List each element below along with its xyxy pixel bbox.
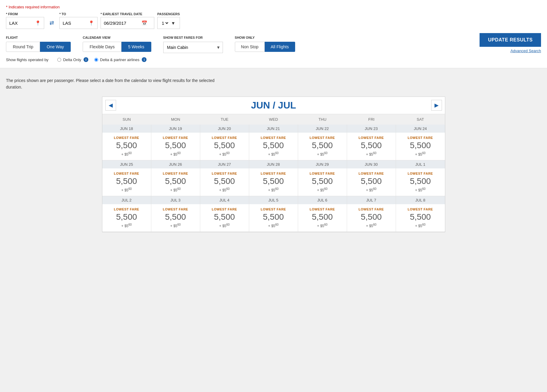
calendar-cell[interactable]: JUN 23LOWEST FARE5,500+ $560: [347, 125, 396, 160]
calendar-icon[interactable]: 📅: [141, 20, 147, 26]
calendar-cell[interactable]: JUN 28LOWEST FARE5,500+ $560: [249, 160, 298, 196]
non-stop-button[interactable]: Non Stop: [235, 42, 265, 52]
update-results-button[interactable]: UPDATE RESULTS: [480, 33, 541, 47]
fare-amount: 5,500: [410, 212, 431, 222]
delta-partner-radio[interactable]: [94, 58, 98, 62]
fare-amount: 5,500: [214, 176, 235, 186]
advanced-search-link[interactable]: Advanced Search: [510, 49, 541, 53]
fare-amount: 5,500: [116, 141, 137, 150]
lowest-fare-label: LOWEST FARE: [261, 172, 286, 175]
calendar-cell[interactable]: JUL 2LOWEST FARE5,500+ $560: [102, 196, 151, 232]
fare-amount: 5,500: [263, 141, 284, 150]
calendar-cell[interactable]: JUL 1LOWEST FARE5,500+ $560: [396, 160, 445, 196]
day-fri: FRI: [347, 114, 396, 125]
round-trip-button[interactable]: Round Trip: [6, 42, 40, 52]
flexible-days-button[interactable]: Flexible Days: [83, 42, 121, 52]
calendar-cell-body: LOWEST FARE5,500+ $560: [298, 204, 347, 232]
fare-amount: 5,500: [410, 141, 431, 150]
date-field-group: * EARLIEST TRAVEL DATE 📅: [101, 12, 154, 29]
delta-partner-info-icon[interactable]: i: [142, 57, 147, 62]
flight-options-group: FLIGHT Round Trip One Way: [6, 36, 71, 52]
fare-amount: 5,500: [263, 212, 284, 222]
to-input-box[interactable]: 📍: [59, 17, 98, 29]
fare-amount: 5,500: [361, 176, 382, 186]
calendar-cell[interactable]: JUN 27LOWEST FARE5,500+ $560: [200, 160, 249, 196]
calendar-cell[interactable]: JUN 24LOWEST FARE5,500+ $560: [396, 125, 445, 160]
calendar-cell[interactable]: JUL 3LOWEST FARE5,500+ $560: [151, 196, 200, 232]
calendar-cell-date: JUN 24: [396, 125, 445, 133]
fare-amount: 5,500: [116, 176, 137, 186]
from-input[interactable]: [9, 21, 33, 26]
lowest-fare-label: LOWEST FARE: [212, 172, 237, 175]
calendar-cell[interactable]: JUN 20LOWEST FARE5,500+ $560: [200, 125, 249, 160]
all-flights-button[interactable]: All Flights: [265, 42, 295, 52]
calendar-cell[interactable]: JUN 25LOWEST FARE5,500+ $560: [102, 160, 151, 196]
lowest-fare-label: LOWEST FARE: [408, 172, 433, 175]
calendar-cell[interactable]: JUN 22LOWEST FARE5,500+ $560: [298, 125, 347, 160]
passengers-dropdown-icon: ▼: [171, 21, 175, 26]
lowest-fare-label: LOWEST FARE: [359, 207, 384, 211]
5-weeks-button[interactable]: 5 Weeks: [121, 42, 151, 52]
fare-extra: + $560: [170, 151, 181, 157]
show-only-group: SHOW ONLY Non Stop All Flights: [235, 36, 295, 52]
fare-extra: + $560: [170, 187, 181, 192]
calendar-cell-date: JUL 6: [298, 196, 347, 204]
calendar-cell-date: JUL 3: [151, 196, 200, 204]
calendar-next-button[interactable]: ▶: [431, 100, 442, 111]
from-location-icon[interactable]: 📍: [35, 20, 41, 26]
calendar-cell-body: LOWEST FARE5,500+ $560: [200, 133, 249, 160]
passengers-select-box[interactable]: 1 2 3 4 ▼: [157, 17, 180, 29]
calendar-btn-group: Flexible Days 5 Weeks: [83, 42, 151, 52]
fare-extra: + $560: [268, 187, 279, 192]
calendar-cell[interactable]: JUL 6LOWEST FARE5,500+ $560: [298, 196, 347, 232]
calendar-cell[interactable]: JUL 4LOWEST FARE5,500+ $560: [200, 196, 249, 232]
calendar-prev-button[interactable]: ◀: [105, 100, 116, 111]
calendar-cell-body: LOWEST FARE5,500+ $560: [396, 133, 445, 160]
fare-amount: 5,500: [165, 141, 186, 150]
calendar-cell[interactable]: JUN 26LOWEST FARE5,500+ $560: [151, 160, 200, 196]
calendar-cell[interactable]: JUN 21LOWEST FARE5,500+ $560: [249, 125, 298, 160]
show-best-fares-select[interactable]: Main Cabin First Class Business: [163, 42, 223, 53]
date-input-box[interactable]: 📅: [101, 17, 154, 29]
delta-partner-option[interactable]: Delta & partner airlines i: [94, 57, 147, 62]
calendar-cell-date: JUL 1: [396, 160, 445, 168]
swap-button[interactable]: ⇄: [47, 17, 56, 29]
calendar-cell[interactable]: JUL 5LOWEST FARE5,500+ $560: [249, 196, 298, 232]
fare-extra: + $560: [317, 187, 328, 192]
calendar-cell-date: JUN 22: [298, 125, 347, 133]
calendar-cell-body: LOWEST FARE5,500+ $560: [151, 133, 200, 160]
from-input-box[interactable]: 📍: [6, 17, 44, 29]
calendar-cell-body: LOWEST FARE5,500+ $560: [151, 204, 200, 232]
calendar-cell[interactable]: JUN 19LOWEST FARE5,500+ $560: [151, 125, 200, 160]
to-input[interactable]: [63, 21, 87, 26]
fare-extra: + $560: [366, 187, 377, 192]
delta-only-radio[interactable]: [57, 58, 61, 62]
delta-only-option[interactable]: Delta Only i: [57, 57, 88, 62]
update-btn-wrap: UPDATE RESULTS Advanced Search: [480, 33, 541, 53]
calendar-cell-date: JUN 18: [102, 125, 151, 133]
calendar-cell[interactable]: JUL 8LOWEST FARE5,500+ $560: [396, 196, 445, 232]
calendar-options-label: CALENDAR VIEW: [83, 36, 151, 39]
lowest-fare-label: LOWEST FARE: [359, 172, 384, 175]
calendar-cell[interactable]: JUN 29LOWEST FARE5,500+ $560: [298, 160, 347, 196]
show-best-fares-dropdown-wrap: Main Cabin First Class Business ▼: [163, 42, 223, 53]
delta-only-info-icon[interactable]: i: [84, 57, 88, 62]
calendar-cell-date: JUN 29: [298, 160, 347, 168]
calendar-cell-body: LOWEST FARE5,500+ $560: [396, 168, 445, 196]
calendar-cell[interactable]: JUL 7LOWEST FARE5,500+ $560: [347, 196, 396, 232]
fare-extra: + $560: [121, 223, 132, 228]
calendar-cell-body: LOWEST FARE5,500+ $560: [347, 133, 396, 160]
one-way-button[interactable]: One Way: [40, 42, 71, 52]
passengers-select[interactable]: 1 2 3 4: [161, 20, 169, 26]
calendar-cell[interactable]: JUN 30LOWEST FARE5,500+ $560: [347, 160, 396, 196]
date-input[interactable]: [104, 21, 140, 26]
fare-extra: + $560: [170, 223, 181, 228]
flight-options-label: FLIGHT: [6, 36, 71, 39]
show-best-fares-label: SHOW BEST FARES FOR: [163, 36, 223, 39]
passengers-field-group: PASSENGERS 1 2 3 4 ▼: [157, 12, 180, 29]
calendar-cell-body: LOWEST FARE5,500+ $560: [102, 204, 151, 232]
calendar-cell[interactable]: JUN 18LOWEST FARE5,500+ $560: [102, 125, 151, 160]
to-location-icon[interactable]: 📍: [88, 20, 94, 26]
from-field-group: * FROM 📍: [6, 12, 44, 29]
fare-extra: + $560: [219, 223, 230, 228]
